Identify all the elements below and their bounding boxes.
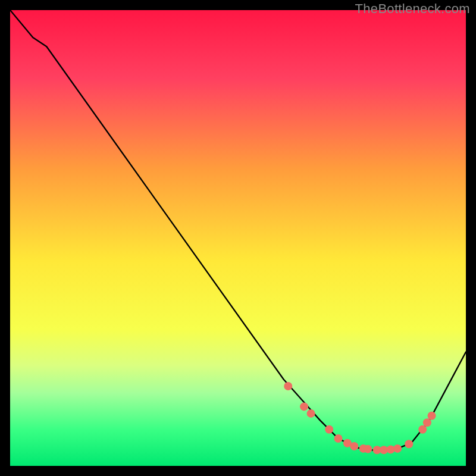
data-point	[418, 425, 427, 434]
plot-area	[10, 10, 466, 466]
data-point	[393, 444, 402, 453]
data-point	[405, 440, 413, 448]
data-point	[325, 425, 333, 434]
data-point	[300, 402, 308, 411]
data-point	[428, 412, 436, 420]
data-point	[284, 382, 292, 390]
data-point	[423, 418, 431, 427]
data-point	[364, 445, 372, 453]
data-point	[307, 409, 315, 418]
chart-svg	[10, 10, 466, 466]
data-point	[334, 434, 343, 443]
watermark-text: TheBottleneck.com	[355, 1, 470, 17]
gradient-background	[10, 10, 466, 466]
chart-container: TheBottleneck.com	[0, 0, 476, 476]
data-point	[350, 442, 358, 450]
